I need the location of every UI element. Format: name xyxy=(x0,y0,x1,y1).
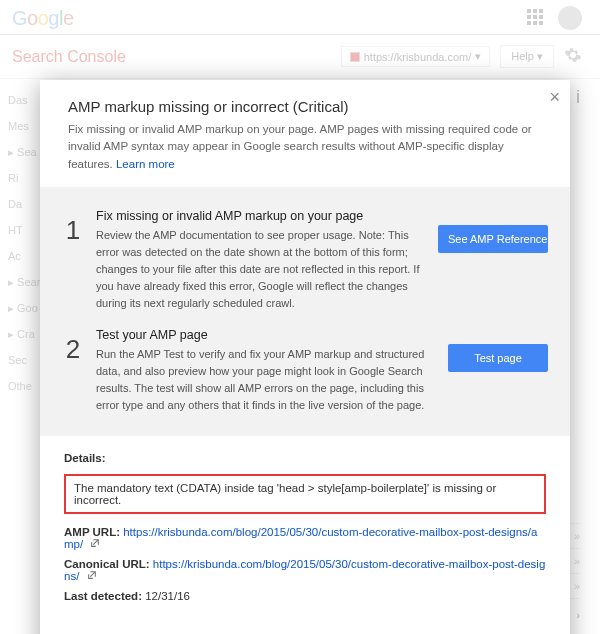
error-detail-modal: × AMP markup missing or incorrect (Criti… xyxy=(40,80,570,634)
avatar[interactable] xyxy=(558,6,582,30)
step-body: Run the AMP Test to verify and fix your … xyxy=(96,346,426,414)
chevron-right-icon: » xyxy=(574,580,580,592)
last-detected-label: Last detected: xyxy=(64,590,142,602)
see-amp-reference-button[interactable]: See AMP Reference xyxy=(438,225,548,253)
svg-rect-2 xyxy=(539,9,543,13)
svg-rect-0 xyxy=(527,9,531,13)
amp-url-row: AMP URL: https://krisbunda.com/blog/2015… xyxy=(64,526,546,550)
last-detected-row: Last detected: 12/31/16 xyxy=(64,590,546,602)
google-logo: Google xyxy=(12,7,74,30)
chevron-down-icon: ▾ xyxy=(475,50,481,63)
step-2: 2 Test your AMP page Run the AMP Test to… xyxy=(62,320,548,422)
svg-rect-8 xyxy=(539,21,543,25)
step-number: 2 xyxy=(62,328,84,365)
modal-intro: Fix missing or invalid AMP markup on you… xyxy=(68,121,542,173)
last-detected-value: 12/31/16 xyxy=(145,590,190,602)
step-body: Review the AMP documentation to see prop… xyxy=(96,227,426,312)
svg-rect-3 xyxy=(527,15,531,19)
learn-more-link[interactable]: Learn more xyxy=(116,158,175,170)
step-title: Test your AMP page xyxy=(96,328,426,342)
apps-icon[interactable] xyxy=(526,8,544,29)
step-number: 1 xyxy=(62,209,84,246)
property-url: https://krisbunda.com/ xyxy=(364,51,472,63)
canonical-url-row: Canonical URL: https://krisbunda.com/blo… xyxy=(64,558,546,582)
canonical-url-label: Canonical URL: xyxy=(64,558,150,570)
amp-url-label: AMP URL: xyxy=(64,526,120,538)
flag-icon xyxy=(350,52,360,62)
product-header: Search Console https://krisbunda.com/ ▾ … xyxy=(0,35,600,79)
step-title: Fix missing or invalid AMP markup on you… xyxy=(96,209,426,223)
svg-rect-6 xyxy=(527,21,531,25)
step-1: 1 Fix missing or invalid AMP markup on y… xyxy=(62,201,548,320)
svg-rect-4 xyxy=(533,15,537,19)
test-page-button[interactable]: Test page xyxy=(448,344,548,372)
svg-rect-5 xyxy=(539,15,543,19)
help-label: Help xyxy=(511,50,534,62)
property-selector[interactable]: https://krisbunda.com/ ▾ xyxy=(341,46,491,67)
product-title: Search Console xyxy=(12,48,126,66)
external-link-icon xyxy=(87,570,97,580)
next-page-icon[interactable]: › xyxy=(576,609,580,621)
svg-rect-7 xyxy=(533,21,537,25)
help-button[interactable]: Help ▾ xyxy=(500,45,554,68)
chevron-right-icon: » xyxy=(574,555,580,567)
chevron-right-icon: » xyxy=(574,530,580,542)
svg-rect-1 xyxy=(533,9,537,13)
gear-icon[interactable] xyxy=(564,46,582,67)
external-link-icon xyxy=(90,538,100,548)
close-icon[interactable]: × xyxy=(549,88,560,106)
global-header: Google xyxy=(0,0,600,35)
details-label: Details: xyxy=(64,452,546,464)
modal-title: AMP markup missing or incorrect (Critica… xyxy=(68,98,542,115)
amp-url-link[interactable]: https://krisbunda.com/blog/2015/05/30/cu… xyxy=(64,526,537,550)
error-message: The mandatory text (CDATA) inside tag 'h… xyxy=(64,474,546,514)
